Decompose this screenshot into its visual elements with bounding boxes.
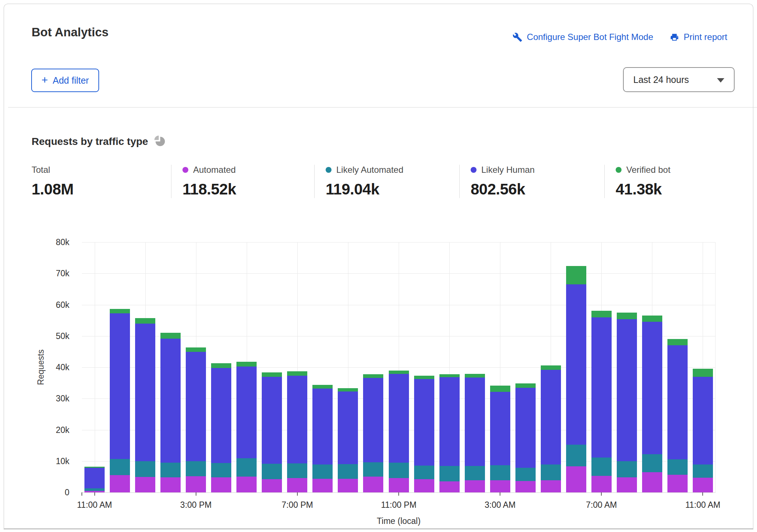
stat-automated[interactable]: Automated 118.52k <box>171 165 314 198</box>
bar-segment-verified-bot <box>439 374 460 378</box>
bar-1100am[interactable] <box>693 369 713 492</box>
bar-segment-verified-bot <box>110 309 130 313</box>
bar-900pm[interactable] <box>338 388 358 492</box>
bar-segment-likely-human <box>186 352 206 461</box>
stat-likely-automated-label: Likely Automated <box>336 165 403 175</box>
print-report-link[interactable]: Print report <box>669 32 727 42</box>
bar-segment-automated <box>566 466 586 492</box>
y-tick-label: 0 <box>39 487 69 498</box>
time-range-dropdown[interactable]: Last 24 hours <box>623 67 735 92</box>
bar-segment-verified-bot <box>414 376 434 379</box>
bar-segment-likely-human <box>490 392 510 465</box>
bar-400am[interactable] <box>515 383 536 492</box>
bar-segment-likely-human <box>591 317 612 458</box>
stat-likely-human-label: Likely Human <box>481 165 535 175</box>
bar-1200am[interactable] <box>414 376 434 492</box>
stat-likely-human[interactable]: Likely Human 802.56k <box>459 165 604 198</box>
bar-segment-likely-human <box>541 370 561 464</box>
bar-1100am[interactable] <box>84 467 105 492</box>
bar-segment-likely-human <box>465 378 485 466</box>
bar-1100pm[interactable] <box>389 371 409 492</box>
x-tick-mark <box>601 492 602 496</box>
bar-segment-automated <box>363 477 383 492</box>
bar-segment-automated <box>186 476 206 492</box>
bar-segment-likely-automated <box>693 464 713 478</box>
bar-segment-likely-automated <box>617 461 637 477</box>
bar-segment-likely-automated <box>414 466 434 480</box>
y-tick-label: 50k <box>39 331 69 341</box>
bar-segment-automated <box>262 479 282 492</box>
bar-segment-verified-bot <box>363 374 383 378</box>
bar-1000pm[interactable] <box>363 374 383 492</box>
bar-segment-likely-automated <box>110 459 130 475</box>
bar-300pm[interactable] <box>186 347 206 492</box>
bar-segment-automated <box>236 477 257 492</box>
bar-100am[interactable] <box>439 374 460 492</box>
bar-segment-automated <box>693 478 713 492</box>
bar-segment-likely-human <box>439 377 460 466</box>
bar-600pm[interactable] <box>262 372 282 492</box>
x-tick-mark <box>196 492 196 496</box>
bar-segment-likely-automated <box>389 463 409 478</box>
pie-chart-icon <box>153 135 166 149</box>
bar-1200pm[interactable] <box>110 309 130 492</box>
bar-500pm[interactable] <box>236 362 257 492</box>
add-filter-button[interactable]: + Add filter <box>31 69 99 92</box>
x-tick-mark <box>500 492 500 496</box>
stat-total[interactable]: Total 1.08M <box>32 165 171 198</box>
x-tick-mark <box>398 492 399 496</box>
bar-segment-likely-automated <box>135 461 155 477</box>
stat-verified-bot[interactable]: Verified bot 41.38k <box>604 165 736 198</box>
bar-600am[interactable] <box>566 266 586 492</box>
v-gridline <box>715 242 716 492</box>
stat-total-value: 1.08M <box>32 181 167 198</box>
configure-super-bot-fight-mode-link[interactable]: Configure Super Bot Fight Mode <box>512 32 653 42</box>
stat-total-label: Total <box>32 165 50 175</box>
bar-segment-likely-automated <box>490 465 510 480</box>
bar-100pm[interactable] <box>135 318 155 492</box>
bar-segment-verified-bot <box>566 266 586 284</box>
bar-segment-likely-automated <box>439 466 460 481</box>
bar-segment-verified-bot <box>389 371 409 374</box>
bar-200pm[interactable] <box>160 333 181 492</box>
bar-200am[interactable] <box>465 374 485 492</box>
x-tick-mark <box>94 492 95 496</box>
bar-segment-likely-human <box>363 378 383 462</box>
bar-segment-verified-bot <box>312 385 333 389</box>
bar-800pm[interactable] <box>312 385 333 492</box>
bar-segment-verified-bot <box>693 369 713 376</box>
stat-likely-automated[interactable]: Likely Automated 119.04k <box>314 165 459 198</box>
add-filter-label: Add filter <box>53 75 89 86</box>
bar-700am[interactable] <box>591 311 612 492</box>
bar-segment-likely-automated <box>591 458 612 476</box>
bar-segment-automated <box>135 477 155 492</box>
bar-800am[interactable] <box>617 313 637 492</box>
print-link-label: Print report <box>684 32 727 42</box>
bar-segment-verified-bot <box>541 365 561 370</box>
bar-segment-automated <box>312 479 333 492</box>
bar-segment-verified-bot <box>262 372 282 377</box>
bar-segment-verified-bot <box>236 362 257 367</box>
x-tick-mark <box>297 492 298 496</box>
bar-segment-automated <box>667 475 688 492</box>
bar-700pm[interactable] <box>287 371 307 492</box>
bar-segment-automated <box>490 480 510 492</box>
bar-segment-verified-bot <box>135 318 155 323</box>
bar-segment-verified-bot <box>617 313 637 319</box>
bar-segment-likely-automated <box>211 463 231 477</box>
bar-900am[interactable] <box>642 316 662 492</box>
bar-400pm[interactable] <box>211 363 231 492</box>
bar-segment-verified-bot <box>338 388 358 391</box>
bar-segment-automated <box>439 481 460 492</box>
x-tick-mark <box>702 492 703 496</box>
bar-segment-likely-automated <box>262 464 282 479</box>
bar-segment-automated <box>110 475 130 492</box>
bar-segment-likely-automated <box>515 468 536 481</box>
bar-segment-verified-bot <box>186 347 206 352</box>
bar-300am[interactable] <box>490 386 510 492</box>
bar-segment-likely-automated <box>160 463 181 477</box>
bar-segment-automated <box>515 481 536 492</box>
verified-bot-legend-dot <box>616 167 622 173</box>
bar-500am[interactable] <box>541 365 561 492</box>
bar-1000am[interactable] <box>667 339 688 492</box>
